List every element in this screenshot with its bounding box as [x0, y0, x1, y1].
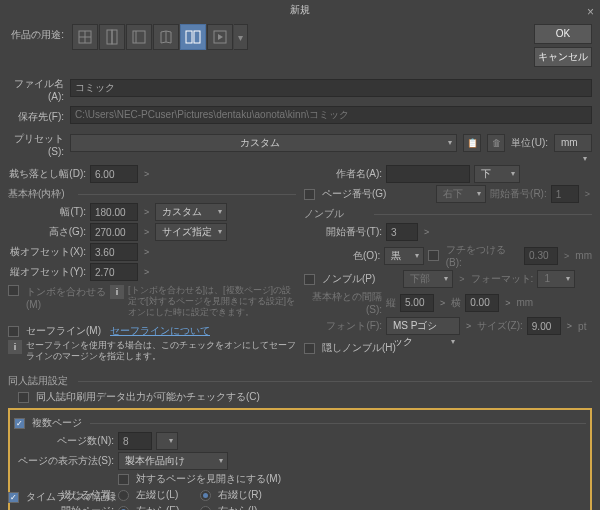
pgnum-checkbox[interactable]: [304, 189, 315, 200]
xoffset-label: 横オフセット(X):: [8, 245, 86, 259]
start-left-label: 左から(E): [136, 504, 196, 510]
pgnum-label: ページ番号(G): [322, 187, 386, 201]
saveto-label: 保存先(F):: [8, 106, 64, 124]
svg-rect-4: [112, 30, 117, 44]
startpage-label: 開始ページ:: [14, 504, 114, 510]
arrow-icon[interactable]: >: [142, 169, 151, 179]
fmt-select[interactable]: 1: [537, 270, 575, 288]
gap-tate-input: [400, 294, 434, 312]
bind-left-label: 左綴じ(L): [136, 488, 196, 502]
basic-frame-header: 基本枠(内枠): [8, 187, 296, 201]
author-input[interactable]: [386, 165, 470, 183]
pgnum-start-input: [551, 185, 579, 203]
safeline-info-text: セーフラインを使用する場合は、このチェックをオンにしてセーフラインのマージンを指…: [26, 340, 296, 362]
preset-save-icon[interactable]: 📋: [463, 134, 481, 152]
purpose-icons: ▾: [72, 24, 249, 50]
preset-label: プリセット(S):: [8, 128, 64, 157]
timelapse-checkbox[interactable]: [8, 492, 19, 503]
filename-input[interactable]: [70, 79, 592, 97]
svg-marker-10: [218, 34, 223, 40]
spread-checkbox[interactable]: [118, 474, 129, 485]
preset-select[interactable]: カスタム: [70, 134, 457, 152]
nombre-checkbox[interactable]: [304, 274, 315, 285]
bind-left-radio[interactable]: [118, 490, 129, 501]
size-input: [527, 317, 561, 335]
nstart-label: 開始番号(T):: [304, 225, 382, 239]
fmt-label: フォーマット:: [471, 272, 534, 286]
nombre-pos-select[interactable]: 下部: [403, 270, 453, 288]
arrow-icon[interactable]: >: [422, 227, 431, 237]
purpose-label: 作品の用途:: [8, 24, 64, 42]
pagecount-input[interactable]: [118, 432, 152, 450]
start-left-radio[interactable]: [118, 506, 129, 511]
nstart-input[interactable]: [386, 223, 418, 241]
preset-delete-icon[interactable]: 🗑: [487, 134, 505, 152]
height-select[interactable]: サイズ指定: [155, 223, 227, 241]
arrow-icon[interactable]: >: [142, 207, 151, 217]
yoffset-input[interactable]: [90, 263, 138, 281]
svg-rect-8: [194, 31, 200, 43]
purpose-show-all-icon[interactable]: [180, 24, 206, 50]
arrow-icon[interactable]: >: [142, 247, 151, 257]
unit-label: 単位(U):: [511, 136, 548, 150]
pgnum-pos-select[interactable]: 右下: [436, 185, 486, 203]
doujin-checkbox[interactable]: [18, 392, 29, 403]
author-pos-select[interactable]: 下: [474, 165, 520, 183]
nombre-header: ノンブル: [304, 207, 592, 221]
purpose-more-icon[interactable]: ▾: [234, 24, 248, 50]
svg-rect-7: [186, 31, 192, 43]
height-input[interactable]: [90, 223, 138, 241]
edge-input: [524, 247, 558, 265]
window-title: 新規: [290, 4, 310, 15]
close-icon[interactable]: ×: [587, 2, 594, 22]
nombre2-label: ノンブル(P): [322, 272, 375, 286]
bleed-input[interactable]: [90, 165, 138, 183]
purpose-comic-icon[interactable]: [126, 24, 152, 50]
filename-label: ファイル名(A):: [8, 73, 64, 102]
purpose-illustration-icon[interactable]: [72, 24, 98, 50]
display-select[interactable]: 製本作品向け: [118, 452, 228, 470]
saveto-input[interactable]: [70, 106, 592, 124]
color-select[interactable]: 黒: [384, 247, 424, 265]
purpose-anim-icon[interactable]: [207, 24, 233, 50]
info-icon: i: [8, 340, 22, 354]
purpose-web-icon[interactable]: [99, 24, 125, 50]
edge-label: フチをつける(B):: [446, 243, 520, 268]
spread-label: 対するページを見開きにする(M): [136, 472, 281, 486]
trim-checkbox: [8, 285, 19, 296]
xoffset-input[interactable]: [90, 243, 138, 261]
color-label: 色(O):: [304, 249, 380, 263]
edge-checkbox[interactable]: [428, 250, 439, 261]
width-label: 幅(T):: [8, 205, 86, 219]
doujin-header: 同人誌用設定: [8, 374, 592, 388]
arrow-icon[interactable]: >: [142, 227, 151, 237]
svg-rect-3: [107, 30, 112, 44]
timelapse-label: タイムラプスの記録: [26, 490, 116, 504]
pagecount-label: ページ数(N):: [14, 434, 114, 448]
unit-select[interactable]: mm: [554, 134, 592, 152]
safeline-link[interactable]: セーフラインについて: [110, 324, 210, 338]
multipage-checkbox[interactable]: [14, 418, 25, 429]
purpose-print-icon[interactable]: [153, 24, 179, 50]
titlebar: 新規 ×: [0, 0, 600, 20]
trim-label: トンボを合わせる(M): [26, 285, 106, 310]
safeline-checkbox[interactable]: [8, 326, 19, 337]
doujin-label: 同人誌印刷用データ出力が可能かチェックする(C): [36, 390, 260, 404]
width-select[interactable]: カスタム: [155, 203, 227, 221]
width-input[interactable]: [90, 203, 138, 221]
cancel-button[interactable]: キャンセル: [534, 47, 592, 67]
multipage-header: 複数ページ: [32, 416, 82, 430]
gap-yoko-input: [465, 294, 499, 312]
arrow-icon[interactable]: >: [142, 267, 151, 277]
ok-button[interactable]: OK: [534, 24, 592, 44]
display-label: ページの表示方法(S):: [14, 454, 114, 468]
start-right-radio[interactable]: [200, 506, 211, 511]
svg-rect-5: [133, 31, 145, 43]
hide-nombre-checkbox[interactable]: [304, 343, 315, 354]
pagecount-dropdown[interactable]: [156, 432, 178, 450]
author-label: 作者名(A):: [304, 167, 382, 181]
hide-nombre-label: 隠しノンブル(H): [322, 341, 396, 355]
font-select: MS Pゴシック: [386, 317, 460, 335]
bind-right-radio[interactable]: [200, 490, 211, 501]
info-icon: i: [110, 285, 124, 299]
